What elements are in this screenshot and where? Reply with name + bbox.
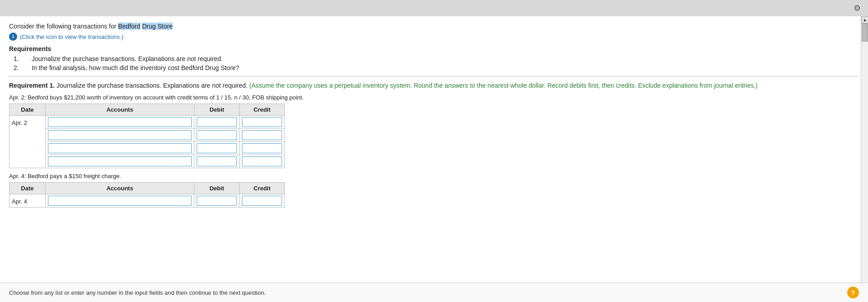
apr4-credit-1	[240, 194, 285, 208]
apr4-debit-input-1[interactable]	[197, 196, 237, 206]
col-accounts-2: Accounts	[45, 183, 194, 194]
apr2-account-input-2[interactable]	[48, 130, 192, 140]
apr4-table: Date Accounts Debit Credit Apr. 4	[9, 182, 285, 208]
info-text: (Click the icon to view the transactions…	[20, 33, 123, 40]
top-bar: ⚙	[0, 0, 868, 16]
col-credit-1: Credit	[240, 104, 285, 116]
req1-note: (Assume the company uses a perpetual inv…	[250, 82, 758, 89]
requirements-title: Requirements	[9, 45, 859, 52]
apr2-credit-1	[240, 116, 285, 129]
apr4-debit-1	[194, 194, 240, 208]
req1-label: Requirement 1.	[9, 82, 55, 89]
scroll-track[interactable]	[861, 24, 868, 295]
apr2-debit-input-4[interactable]	[197, 156, 237, 166]
apr2-debit-input-3[interactable]	[197, 143, 237, 153]
req-text-2: In the final analysis, how much did the …	[32, 64, 239, 71]
apr2-account-input-4[interactable]	[48, 156, 192, 166]
apr2-account-1	[45, 116, 194, 129]
scroll-thumb[interactable]	[862, 24, 868, 42]
apr2-account-4	[45, 155, 194, 168]
apr2-account-2	[45, 129, 194, 142]
apr2-credit-2	[240, 129, 285, 142]
intro-prefix: Consider the following transactions for	[9, 23, 116, 30]
bottom-instruction: Choose from any list or enter any number…	[9, 289, 266, 296]
divider	[9, 76, 859, 76]
apr2-debit-3	[194, 142, 240, 155]
col-debit-1: Debit	[194, 104, 240, 116]
gear-icon[interactable]: ⚙	[854, 3, 861, 13]
apr2-credit-input-4[interactable]	[242, 156, 282, 166]
col-accounts-1: Accounts	[45, 104, 194, 116]
apr4-account-1	[45, 194, 194, 208]
req-num-1: 1.	[14, 55, 23, 62]
apr2-date: Apr. 2	[9, 116, 46, 168]
apr2-table: Date Accounts Debit Credit Apr. 2	[9, 104, 285, 168]
requirement-1: 1. Journalize the purchase transactions.…	[9, 55, 859, 62]
help-icon[interactable]: ?	[847, 287, 859, 298]
apr2-debit-1	[194, 116, 240, 129]
company1: Bedford	[118, 23, 140, 30]
main-content: Consider the following transactions for …	[0, 16, 868, 302]
apr2-row-2	[9, 129, 285, 142]
scrollbar[interactable]: ▲ ▼	[861, 16, 868, 302]
apr2-credit-input-3[interactable]	[242, 143, 282, 153]
apr4-account-input-1[interactable]	[48, 196, 192, 206]
col-date-2: Date	[9, 183, 46, 194]
info-line[interactable]: i (Click the icon to view the transactio…	[9, 33, 859, 41]
info-icon[interactable]: i	[9, 33, 17, 41]
requirement-heading: Requirement 1. Journalize the purchase t…	[9, 81, 859, 90]
intro-line: Consider the following transactions for …	[9, 23, 859, 30]
apr2-account-3	[45, 142, 194, 155]
apr2-account-input-1[interactable]	[48, 117, 192, 127]
col-debit-2: Debit	[194, 183, 240, 194]
apr4-label: Apr. 4: Bedford pays a $150 freight char…	[9, 173, 859, 179]
requirement-2: 2. In the final analysis, how much did t…	[9, 64, 859, 71]
apr2-row-3	[9, 142, 285, 155]
apr2-debit-input-2[interactable]	[197, 130, 237, 140]
apr4-row-1: Apr. 4	[9, 194, 285, 208]
apr2-account-input-3[interactable]	[48, 143, 192, 153]
apr4-credit-input-1[interactable]	[242, 196, 282, 206]
col-credit-2: Credit	[240, 183, 285, 194]
apr2-debit-4	[194, 155, 240, 168]
company2: Drug Store	[142, 23, 173, 30]
apr2-credit-4	[240, 155, 285, 168]
bottom-bar: Choose from any list or enter any number…	[0, 283, 868, 302]
apr2-debit-2	[194, 129, 240, 142]
apr2-credit-input-1[interactable]	[242, 117, 282, 127]
apr2-label: Apr. 2: Bedford buys $21,200 worth of in…	[9, 94, 859, 101]
apr4-date: Apr. 4	[9, 194, 46, 208]
col-date-1: Date	[9, 104, 46, 116]
apr2-debit-input-1[interactable]	[197, 117, 237, 127]
apr2-credit-input-2[interactable]	[242, 130, 282, 140]
requirements-section: Requirements 1. Journalize the purchase …	[9, 45, 859, 71]
apr2-row-1: Apr. 2	[9, 116, 285, 129]
apr2-credit-3	[240, 142, 285, 155]
req-num-2: 2.	[14, 64, 23, 71]
apr2-row-4	[9, 155, 285, 168]
scroll-up-arrow[interactable]: ▲	[861, 16, 868, 24]
req1-text: Journalize the purchase transactions. Ex…	[57, 82, 248, 89]
req-text-1: Journalize the purchase transactions. Ex…	[32, 55, 223, 62]
